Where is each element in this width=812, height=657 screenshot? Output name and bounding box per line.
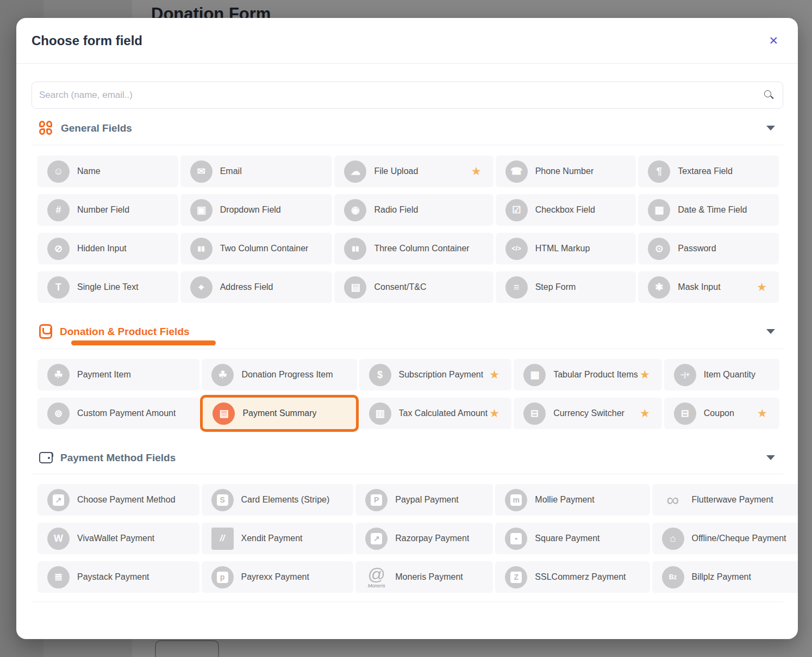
field-item-label: VivaWallet Payment — [77, 534, 154, 543]
field-item-vivawallet-payment[interactable]: WVivaWallet Payment — [38, 523, 199, 554]
field-item-label: Billplz Payment — [692, 572, 751, 582]
field-item-phone-number[interactable]: ☎Phone Number — [496, 156, 636, 187]
dollar-circle-icon: $ — [369, 364, 391, 386]
field-item-square-payment[interactable]: ▪Square Payment — [495, 523, 649, 554]
modal-body: General Fields☺Name✉Email☁File Upload★☎P… — [16, 82, 798, 602]
field-item-label: Mask Input — [678, 282, 720, 292]
field-item-donation-progress-item[interactable]: ☘Donation Progress Item — [202, 359, 357, 391]
section-header-donation[interactable]: Donation & Product Fields — [32, 314, 783, 349]
field-item-label: Currency Switcher — [553, 408, 624, 418]
field-item-tax-calculated-amount[interactable]: ▥Tax Calculated Amount★ — [359, 398, 512, 429]
sections-bottom-divider — [32, 602, 783, 602]
hash-icon: # — [47, 199, 70, 221]
field-item-coupon[interactable]: ⊟Coupon★ — [664, 398, 779, 429]
field-item-card-elements-stripe[interactable]: SCard Elements (Stripe) — [202, 484, 354, 516]
field-item-textarea-field[interactable]: ¶Textarea Field — [638, 156, 779, 187]
star-icon: ★ — [757, 281, 767, 294]
star-icon: ★ — [640, 407, 650, 420]
stripe-icon: S — [211, 489, 234, 511]
field-item-dropdown-field[interactable]: ▣Dropdown Field — [180, 194, 333, 226]
field-item-payrexx-payment[interactable]: pPayrexx Payment — [202, 561, 354, 593]
field-item-mask-input[interactable]: ✱Mask Input★ — [638, 271, 779, 303]
field-item-number-field[interactable]: #Number Field — [38, 194, 178, 226]
chevron-down-icon[interactable] — [766, 455, 775, 460]
field-item-mollie-payment[interactable]: mMollie Payment — [495, 484, 649, 516]
billplz-icon: Bz — [662, 566, 684, 588]
paypal-icon: P — [365, 489, 388, 511]
field-item-hidden-input[interactable]: ⊘Hidden Input — [38, 233, 178, 264]
field-item-three-column-container[interactable]: ▮▮Three Column Container — [334, 233, 493, 264]
three-column-icon: ▮▮ — [344, 238, 366, 260]
field-item-label: Hidden Input — [77, 244, 127, 253]
close-icon[interactable]: ✕ — [766, 33, 780, 48]
checkbox-icon: ☑ — [505, 199, 528, 221]
flutterwave-icon: ∞ — [662, 491, 684, 509]
square-icon: ▪ — [505, 528, 527, 550]
field-item-label: Mollie Payment — [535, 495, 594, 505]
payrexx-icon: p — [211, 566, 234, 588]
field-item-choose-payment-method[interactable]: ↗Choose Payment Method — [38, 484, 199, 516]
section-title: General Fields — [61, 122, 132, 134]
field-item-paystack-payment[interactable]: ≣Paystack Payment — [38, 561, 199, 593]
step-form-icon: ≡ — [505, 276, 528, 299]
field-item-subscription-payment[interactable]: $Subscription Payment★ — [359, 359, 512, 391]
star-icon: ★ — [757, 407, 767, 420]
field-item-label: Textarea Field — [678, 166, 733, 176]
paystack-icon: ≣ — [47, 566, 70, 588]
field-item-label: Three Column Container — [374, 244, 469, 253]
field-item-payment-summary[interactable]: ▤Payment Summary — [200, 395, 358, 432]
field-item-checkbox-field[interactable]: ☑Checkbox Field — [496, 194, 636, 226]
field-item-label: SSLCommerz Payment — [535, 572, 626, 582]
field-item-razorpay-payment[interactable]: ↗Razorpay Payment — [355, 523, 493, 554]
section-header-general[interactable]: General Fields — [32, 111, 783, 145]
field-item-billplz-payment[interactable]: BzBillplz Payment — [652, 561, 798, 593]
field-item-label: Phone Number — [535, 166, 594, 176]
accent-underline — [71, 340, 216, 345]
section-header-payment[interactable]: Payment Method Fields — [32, 442, 783, 474]
field-item-label: Step Form — [535, 282, 576, 292]
sprout-icon: ☘ — [47, 364, 70, 386]
field-item-label: Razorpay Payment — [395, 534, 469, 543]
field-item-payment-item[interactable]: ☘Payment Item — [38, 359, 199, 391]
field-item-single-line-text[interactable]: TSingle Line Text — [38, 271, 178, 303]
field-item-date-time-field[interactable]: ▦Date & Time Field — [638, 194, 779, 226]
vivawallet-icon: W — [47, 528, 70, 550]
field-item-two-column-container[interactable]: ▮▮Two Column Container — [180, 233, 333, 264]
field-item-consent-t-c[interactable]: ▤Consent/T&C — [334, 271, 493, 303]
field-item-xendit-payment[interactable]: //Xendit Payment — [202, 523, 354, 554]
field-item-custom-payment-amount[interactable]: ⊚Custom Payment Amount — [38, 398, 199, 429]
quantity-icon: −|+ — [674, 364, 696, 386]
field-item-label: Password — [678, 244, 716, 253]
field-item-offline-cheque-payment[interactable]: ⌂Offline/Cheque Payment — [652, 523, 798, 554]
field-item-label: Two Column Container — [220, 244, 309, 253]
field-item-email[interactable]: ✉Email — [180, 156, 333, 187]
field-item-name[interactable]: ☺Name — [38, 156, 178, 187]
field-item-step-form[interactable]: ≡Step Form — [496, 271, 636, 303]
lock-icon: ⊙ — [648, 238, 670, 260]
chevron-down-icon[interactable] — [766, 329, 775, 334]
field-item-item-quantity[interactable]: −|+Item Quantity — [664, 359, 779, 391]
field-item-moneris-payment[interactable]: @MonerisMoneris Payment — [355, 561, 493, 593]
field-item-tabular-product-items[interactable]: ▦Tabular Product Items★ — [514, 359, 662, 391]
field-item-label: Tabular Product Items — [553, 370, 638, 380]
field-item-label: Payment Item — [77, 370, 131, 380]
document-icon: ▥ — [369, 402, 391, 425]
field-item-html-markup[interactable]: </>HTML Markup — [496, 233, 636, 264]
paragraph-icon: ¶ — [648, 160, 670, 183]
field-item-currency-switcher[interactable]: ⊟Currency Switcher★ — [514, 398, 662, 429]
chevron-down-icon[interactable] — [766, 126, 775, 131]
field-item-radio-field[interactable]: ◉Radio Field — [334, 194, 493, 226]
field-item-label: Dropdown Field — [220, 205, 281, 215]
search-input[interactable] — [32, 82, 783, 109]
search-icon — [764, 90, 771, 97]
receipt-icon: ▤ — [213, 402, 235, 425]
field-item-label: Name — [77, 166, 101, 176]
field-item-password[interactable]: ⊙Password — [638, 233, 779, 264]
field-item-file-upload[interactable]: ☁File Upload★ — [334, 156, 493, 187]
field-item-label: Email — [220, 166, 242, 176]
field-item-flutterwave-payment[interactable]: ∞Flutterwave Payment — [652, 484, 798, 516]
field-item-sslcommerz-payment[interactable]: ZSSLCommerz Payment — [495, 561, 649, 593]
field-item-address-field[interactable]: ⌖Address Field — [180, 271, 333, 303]
field-item-paypal-payment[interactable]: PPaypal Payment — [355, 484, 493, 516]
star-icon: ★ — [471, 165, 482, 178]
